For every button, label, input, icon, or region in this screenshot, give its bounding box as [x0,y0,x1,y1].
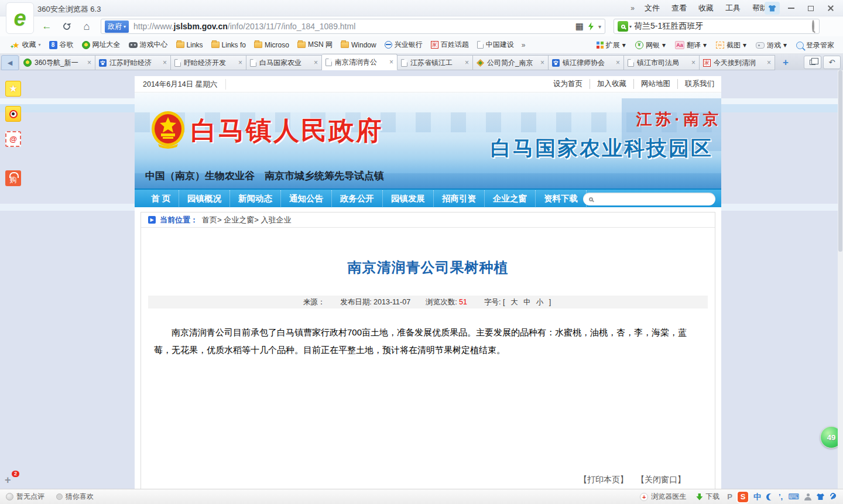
tab-close-icon[interactable]: × [616,59,620,67]
maximize-button[interactable] [801,1,821,15]
nav-downloads[interactable]: 资料下载 [535,190,586,207]
speed-bolt-icon[interactable] [588,22,594,30]
bookmark-folder-linksfo[interactable]: Links fo [207,39,250,52]
reopen-closed-tab-button[interactable]: ↶ [823,56,841,69]
add-favorite-link[interactable]: 加入收藏 [590,79,634,89]
tab-lawyer-assoc[interactable]: 镇江律师协会× [549,55,624,70]
search-box[interactable]: ▾ 荷兰5-1狂胜西班牙 [614,19,820,34]
menu-file[interactable]: 文件 [639,1,665,16]
close-window-link[interactable]: 【关闭窗口】 [636,475,686,485]
contact-link[interactable]: 联系我们 [678,79,721,89]
nav-overview[interactable]: 园镇概况 [179,190,229,207]
crumb-enterprise[interactable]: 企业之窗 [224,215,254,224]
ime-chinese-icon[interactable]: 中 [753,492,761,502]
tab-close-icon[interactable]: × [540,59,544,67]
bookmark-folder-msn[interactable]: MSN 网 [293,39,337,52]
tab-close-icon[interactable]: × [87,59,91,67]
ime-moon-icon[interactable] [766,493,773,500]
close-button[interactable] [821,1,841,15]
reload-button[interactable] [59,19,75,33]
menu-view[interactable]: 查看 [666,1,692,16]
menu-overflow-icon[interactable]: » [630,4,635,12]
set-homepage-link[interactable]: 设为首页 [546,79,590,89]
scrollbar-thumb[interactable] [838,70,842,252]
tab-close-icon[interactable]: × [767,59,771,67]
tray-p-icon[interactable]: P [727,492,732,501]
tab-360nav[interactable]: 360导航_新一× [20,55,95,70]
sogou-logo-icon[interactable]: S [738,492,748,502]
search-input[interactable]: 荷兰5-1狂胜西班牙 [634,21,810,32]
tab-qingrunqing-active[interactable]: 南京清润青公× [322,54,397,70]
tab-xuyi-economy[interactable]: 江苏盱眙经济× [95,55,171,70]
crumb-resident[interactable]: 入驻企业 [261,215,291,224]
tab-xuyi-devzone[interactable]: 盱眙经济开发× [171,55,246,70]
browser-logo[interactable]: e [6,2,34,34]
menu-tools[interactable]: 工具 [720,1,746,16]
nav-notices[interactable]: 通知公告 [280,190,331,207]
font-medium-button[interactable]: 中 [522,298,533,306]
tab-list-button[interactable] [804,56,821,69]
nav-investment[interactable]: 招商引资 [433,190,484,207]
bookmark-folder-microso[interactable]: Microso [250,39,293,52]
nav-gov-affairs[interactable]: 政务公开 [331,190,382,207]
search-go-button[interactable] [812,21,814,32]
bookmark-topic[interactable]: 家百姓话题 [427,39,473,52]
address-field[interactable]: 政府 ▾ http://www.jslsbm.gov.cn/info/2013/… [101,19,605,34]
tab-close-icon[interactable]: × [465,59,469,67]
nav-enterprise[interactable]: 企业之窗 [484,190,535,207]
sidebar-weibo-icon[interactable] [5,106,21,122]
sidebar-mail-icon[interactable]: @ [5,131,21,147]
qr-code-icon[interactable]: ▦ [575,21,584,32]
guess-you-like-item[interactable]: 猜你喜欢 [50,492,100,502]
bookmark-folder-window[interactable]: Window [337,39,381,52]
tab-today-received[interactable]: 家今天接到清润× [700,55,775,70]
bookmark-google[interactable]: 8谷歌 [45,39,78,52]
nav-development[interactable]: 园镇发展 [382,190,433,207]
tab-close-icon[interactable]: × [163,59,167,67]
extensions-button[interactable]: 扩展▾ [592,40,630,50]
sidebar-add-button[interactable]: +2 [5,474,11,486]
bookmark-folder-links[interactable]: Links [172,39,207,52]
sidebar-favorites-icon[interactable]: ★ [5,81,21,97]
ime-keyboard-icon[interactable]: ⌨ [788,492,799,501]
back-button[interactable]: ← [39,19,55,33]
tab-close-icon[interactable]: × [314,59,318,67]
scrollbar[interactable] [838,70,843,489]
tab-close-icon[interactable]: × [691,59,695,67]
nav-home[interactable]: 首 页 [143,190,179,207]
tab-collapse-button[interactable]: ◀ [1,55,19,70]
new-tab-button[interactable]: + [777,56,794,70]
bookmark-gamecenter[interactable]: 游戏中心 [125,39,172,52]
ime-settings-icon[interactable] [830,493,837,500]
browser-doctor-button[interactable]: +浏览器医生 [638,492,688,502]
skin-icon[interactable] [765,2,780,15]
site-type-badge[interactable]: 政府 ▾ [105,20,129,33]
font-small-button[interactable]: 小 [534,298,546,306]
games-button[interactable]: 游戏▾ [752,40,791,50]
no-comment-item[interactable]: 暂无点评 [0,492,50,502]
tab-close-icon[interactable]: × [389,58,393,66]
tab-company-intro[interactable]: 公司简介_南京× [473,55,549,70]
url-dropdown-icon[interactable]: ▾ [598,23,601,30]
print-page-link[interactable]: 【打印本页】 [579,475,628,485]
ime-punct-icon[interactable]: ’, [779,492,783,501]
ebank-button[interactable]: ¥网银▾ [631,40,670,50]
ime-skin-icon[interactable] [817,493,824,500]
tab-zhenjiang-gongshang[interactable]: 江苏省镇江工× [397,55,473,70]
bookmark-bank[interactable]: 兴业银行 [381,39,427,52]
bookmark-360nav[interactable]: 网址大全 [78,39,125,52]
url-text[interactable]: http://www.jslsbm.gov.cn/info/2013/11/7/… [133,22,575,31]
search-engine-icon[interactable] [618,21,628,32]
translate-button[interactable]: Aa翻译▾ [671,40,711,50]
favorites-menu[interactable]: ★+ 收藏▾ [8,39,45,52]
tab-close-icon[interactable]: × [238,59,242,67]
bookmark-construction[interactable]: 中国建设 [473,39,518,52]
home-button[interactable]: ⌂ [78,19,95,33]
menu-favorites[interactable]: 收藏 [693,1,719,16]
login-manager-button[interactable]: 登录管家 [792,40,838,50]
download-button[interactable]: 下载 [694,492,722,502]
font-large-button[interactable]: 大 [509,298,520,306]
crumb-home[interactable]: 首页 [202,215,217,224]
bookmarks-overflow-icon[interactable]: » [518,41,529,49]
site-search-box[interactable] [583,193,715,205]
